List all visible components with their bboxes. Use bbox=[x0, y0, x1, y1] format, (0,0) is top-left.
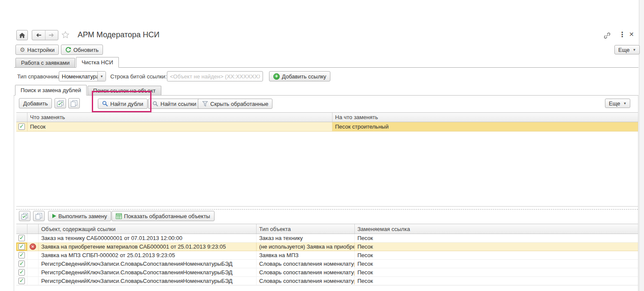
replacements-table-header: Что заменять На что заменять bbox=[16, 112, 638, 122]
row-checkbox[interactable] bbox=[18, 123, 25, 130]
tab-work-with-requests[interactable]: Работа с заявками bbox=[15, 58, 75, 67]
cell-link[interactable]: Песок bbox=[355, 260, 638, 268]
refresh-icon bbox=[65, 47, 71, 53]
cell-object[interactable]: Заказ на технику САБ00000001 от 07.01.20… bbox=[39, 234, 257, 242]
settings-button[interactable]: ⚙ Настройки bbox=[15, 45, 59, 55]
object-row[interactable]: Заказ на технику САБ00000001 от 07.01.20… bbox=[16, 234, 638, 243]
row-status-cell bbox=[27, 251, 39, 259]
column-header-object[interactable]: Объект, содержащий ссылки bbox=[39, 224, 257, 234]
object-row[interactable]: РегистрСведенийКлючЗаписи.СловарьСопоста… bbox=[16, 260, 638, 268]
show-processed-button[interactable]: Показать обработанные объекты bbox=[112, 211, 215, 221]
main-tabs: Работа с заявками Чистка НСИ bbox=[14, 57, 638, 68]
tab-label: Работа с заявками bbox=[21, 60, 70, 66]
cell-object[interactable]: Заявка на приобретение материалов САБ000… bbox=[39, 243, 257, 251]
search-icon bbox=[102, 101, 108, 107]
catalog-type-label: Тип справочника: bbox=[17, 73, 62, 80]
replacements-table-empty-area[interactable] bbox=[16, 132, 638, 207]
status-column-header[interactable] bbox=[27, 224, 39, 234]
cell-link[interactable]: Песок bbox=[355, 234, 638, 242]
cell-link[interactable]: Песок bbox=[355, 268, 638, 276]
object-row[interactable]: РегистрСведенийКлючЗаписи.СловарьСопоста… bbox=[16, 277, 638, 285]
cell-type[interactable]: Заказ на технику bbox=[257, 234, 355, 242]
cell-type[interactable]: Словарь сопоставления номенклатуры БЭД bbox=[257, 268, 355, 276]
column-header-what[interactable]: Что заменять bbox=[27, 113, 333, 122]
checkbox-column-header[interactable] bbox=[16, 113, 27, 122]
row-checkbox-cell[interactable] bbox=[16, 243, 27, 251]
tab-nsi-cleanup[interactable]: Чистка НСИ bbox=[76, 57, 118, 68]
table-grid-icon bbox=[116, 213, 122, 219]
find-duplicates-button[interactable]: Найти дубли bbox=[98, 99, 148, 109]
cell-what[interactable]: Песок bbox=[27, 122, 333, 131]
splitter-handle[interactable] bbox=[16, 209, 638, 210]
row-checkbox[interactable] bbox=[18, 235, 25, 241]
gear-icon: ⚙ bbox=[20, 46, 25, 53]
funnel-icon bbox=[202, 101, 208, 107]
more-button-top[interactable]: Еще ▼ bbox=[614, 45, 640, 54]
get-link-icon[interactable] bbox=[603, 32, 611, 39]
more-button-duplicates[interactable]: Еще ▼ bbox=[605, 99, 630, 108]
settings-label: Настройки bbox=[27, 47, 55, 53]
cell-object[interactable]: РегистрСведенийКлючЗаписи.СловарьСопоста… bbox=[39, 277, 257, 285]
refresh-button[interactable]: Обновить bbox=[61, 45, 103, 55]
kebab-menu-icon[interactable]: ⋮ bbox=[619, 30, 626, 39]
close-icon[interactable]: ✕ bbox=[629, 31, 634, 38]
column-header-link[interactable]: Заменяемая ссылка bbox=[355, 224, 638, 234]
find-links-button[interactable]: Найти ссылки bbox=[148, 99, 201, 109]
app-window: АРМ Модератора НСИ ⋮ ✕ ⚙ Настройки Обнов… bbox=[0, 0, 644, 291]
cell-link[interactable]: Песок bbox=[355, 277, 638, 285]
more-label: Еще bbox=[618, 47, 629, 53]
check-all-button-bottom[interactable] bbox=[19, 211, 30, 221]
back-button[interactable] bbox=[32, 30, 45, 40]
add-link-button[interactable]: + Добавить ссылку bbox=[269, 71, 330, 81]
cell-link[interactable]: Песок bbox=[355, 251, 638, 259]
chevron-down-icon: ▼ bbox=[632, 48, 636, 52]
execute-replace-button[interactable]: Выполнить замену bbox=[48, 211, 111, 221]
play-icon bbox=[52, 214, 56, 218]
add-button[interactable]: Добавить bbox=[19, 98, 52, 108]
cell-type[interactable]: (не используется) Заявка на приобретение… bbox=[257, 243, 355, 251]
row-checkbox-cell[interactable] bbox=[16, 251, 27, 259]
row-checkbox[interactable] bbox=[18, 261, 25, 267]
object-row[interactable]: РегистрСведенийКлючЗаписи.СловарьСопоста… bbox=[16, 268, 638, 277]
combobox-dropdown-button[interactable]: ▼ bbox=[97, 72, 106, 81]
window-right-edge bbox=[639, 0, 644, 291]
cell-type[interactable]: Заявка на МПЗ bbox=[257, 251, 355, 259]
cell-type[interactable]: Словарь сопоставления номенклатуры БЭД bbox=[257, 277, 355, 285]
uncheck-all-button-bottom[interactable] bbox=[33, 211, 45, 221]
cell-link[interactable]: Песок bbox=[355, 243, 638, 251]
tab-find-replace-duplicates[interactable]: Поиск и замена дублей bbox=[15, 85, 87, 96]
cell-object[interactable]: РегистрСведенийКлючЗаписи.СловарьСопоста… bbox=[39, 260, 257, 268]
hide-processed-button[interactable]: Скрыть обработанные bbox=[198, 99, 272, 109]
home-button[interactable] bbox=[16, 30, 28, 40]
object-row[interactable]: Заявка на МПЗ СПБП-000002 от 25.01.2013 … bbox=[16, 251, 638, 260]
refresh-label: Обновить bbox=[73, 47, 99, 53]
catalog-type-combobox[interactable]: Номенклатура ▼ bbox=[59, 71, 106, 81]
favorite-star-icon[interactable] bbox=[61, 31, 70, 39]
cell-object[interactable]: РегистрСведенийКлючЗаписи.СловарьСопоста… bbox=[39, 268, 257, 276]
row-checkbox-cell[interactable] bbox=[16, 122, 27, 131]
uncheck-all-icon bbox=[71, 100, 78, 107]
row-checkbox[interactable] bbox=[18, 243, 25, 250]
row-checkbox[interactable] bbox=[18, 252, 25, 258]
cell-object[interactable]: Заявка на МПЗ СПБП-000002 от 25.01.2013 … bbox=[39, 251, 257, 259]
row-checkbox-cell[interactable] bbox=[16, 277, 27, 285]
tab-find-object-links[interactable]: Поиск ссылок на объект bbox=[88, 86, 161, 95]
row-status-cell bbox=[27, 277, 39, 285]
row-checkbox[interactable] bbox=[18, 269, 25, 276]
cell-type[interactable]: Словарь сопоставления номенклатуры БЭД bbox=[257, 260, 355, 268]
row-checkbox-cell[interactable] bbox=[16, 260, 27, 268]
object-row-selected[interactable]: ✕ Заявка на приобретение материалов САБ0… bbox=[16, 243, 638, 251]
forward-button[interactable] bbox=[45, 30, 58, 40]
checkbox-column-header[interactable] bbox=[16, 224, 27, 234]
row-checkbox-cell[interactable] bbox=[16, 234, 27, 242]
row-checkbox[interactable] bbox=[18, 278, 25, 284]
row-checkbox-cell[interactable] bbox=[16, 268, 27, 276]
replacement-row[interactable]: Песок Песок строительный bbox=[16, 122, 638, 132]
broken-link-input[interactable] bbox=[167, 71, 263, 81]
check-all-button[interactable] bbox=[54, 98, 66, 108]
uncheck-all-button[interactable] bbox=[68, 98, 80, 108]
column-header-with[interactable]: На что заменять bbox=[333, 113, 638, 122]
cell-with[interactable]: Песок строительный bbox=[333, 122, 638, 131]
column-header-type[interactable]: Тип объекта bbox=[257, 224, 355, 234]
more-label: Еще bbox=[609, 100, 620, 107]
